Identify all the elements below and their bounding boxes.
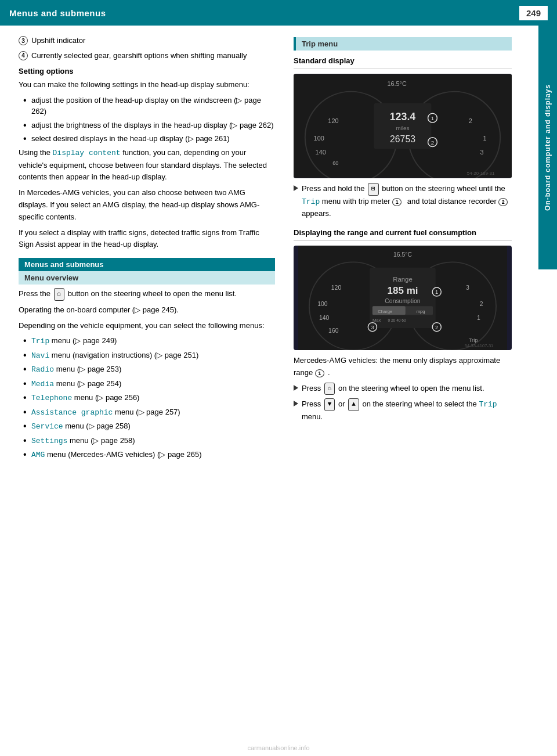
divider-1 [294,69,512,69]
menu-bullet-trip: • [23,335,31,346]
menu-bullet-assistance: • [23,406,31,417]
svg-text:120: 120 [331,285,342,291]
press-select-text: Press ▼ or ▲ on the steering wheel to se… [302,398,512,423]
svg-text:100: 100 [317,301,328,307]
svg-text:1: 1 [431,115,435,121]
svg-text:54-20-189-31: 54-20-189-31 [467,171,495,176]
svg-text:Max: Max [372,318,381,323]
menu-item-navi-text: Navi menu (navigation instructions) (▷ p… [31,350,198,362]
side-tab-label: On-board computer and displays [544,84,552,211]
numbered-item-3: 3 Upshift indicator [19,35,275,46]
menu-bullet-telephone: • [23,392,31,403]
instrument-image-1: 120 100 140 60 2 1 3 16.5°C 123.4 miles … [294,74,512,178]
bullet-1: • adjust the position of the head-up dis… [23,95,275,117]
depending-text: Depending on the vehicle equipment, you … [19,320,275,332]
bullet-3-text: select desired displays in the head-up d… [31,133,230,145]
instrument-svg-2: 120 100 140 160 3 2 1 16.5°C Range 185 m… [294,246,512,350]
home-button-icon-2[interactable]: ⌂ [324,383,335,395]
menu-item-media-text: Media menu (▷ page 254) [31,378,121,390]
setting-bullets: • adjust the position of the head-up dis… [23,95,275,145]
arrow-indicator-1 [294,185,298,191]
watermark: carmanualsonline.info [247,744,309,751]
item-4-text: Currently selected gear, gearshift optio… [31,50,247,62]
bullet-dot-1: • [23,95,31,106]
menu-item-radio: • Radio menu (▷ page 253) [23,363,275,376]
svg-text:3: 3 [371,324,374,330]
down-button-icon[interactable]: ▼ [324,398,335,411]
svg-text:1: 1 [483,135,487,142]
bullet-2-text: adjust the brightness of the displays in… [31,120,274,131]
display-content-para3: If you select a display with traffic sig… [19,227,275,251]
arrow-indicator-3 [294,401,298,406]
svg-text:100: 100 [314,135,324,142]
menu-item-settings: • Settings menu (▷ page 258) [23,435,275,447]
menu-item-service: • Service menu (▷ page 258) [23,420,275,433]
svg-text:mpg: mpg [417,309,425,314]
svg-text:2: 2 [469,117,472,124]
svg-text:miles: miles [396,125,409,131]
bullet-dot-2: • [23,120,31,131]
bullet-1-text: adjust the position of the head-up displ… [31,95,275,117]
menu-item-settings-text: Settings menu (▷ page 258) [31,435,135,447]
svg-text:16.5°C: 16.5°C [387,80,407,87]
press-select-instruction: Press ▼ or ▲ on the steering wheel to se… [294,398,512,423]
svg-text:1: 1 [477,315,480,321]
svg-text:16.5°C: 16.5°C [393,251,412,258]
svg-text:120: 120 [328,117,338,124]
trip-button-icon[interactable]: ⊟ [368,183,379,196]
svg-text:60: 60 [332,160,338,166]
arrow-indicator-2 [294,385,298,391]
menu-overview-header: Menu overview [19,271,275,285]
right-column: Trip menu Standard display 120 100 140 6… [284,35,540,747]
menu-item-telephone: • Telephone menu (▷ page 256) [23,392,275,404]
menu-items-list: • Trip menu (▷ page 249) • Navi menu (na… [23,335,275,461]
instrument-svg-1: 120 100 140 60 2 1 3 16.5°C 123.4 miles … [294,74,512,178]
up-button-icon[interactable]: ▲ [348,398,359,411]
home-button-icon[interactable]: ⌂ [54,288,65,301]
instrument-image-2: 120 100 140 160 3 2 1 16.5°C Range 185 m… [294,246,512,350]
menu-item-media: • Media menu (▷ page 254) [23,378,275,390]
svg-text:123.4: 123.4 [390,111,416,123]
svg-text:Consumption: Consumption [385,298,421,305]
menu-item-trip: • Trip menu (▷ page 249) [23,335,275,347]
header-title: Menus and submenus [9,8,106,18]
press-hold-text: Press and hold the ⊟ button on the steer… [302,183,512,220]
svg-text:185 mi: 185 mi [387,286,418,297]
menu-bullet-settings: • [23,435,31,446]
side-tab: On-board computer and displays [538,26,557,269]
menu-bullet-radio: • [23,363,31,375]
standard-display-heading: Standard display [294,56,512,65]
display-content-para1: Using the Display content function, you … [19,147,275,183]
menu-item-trip-text: Trip menu (▷ page 249) [31,335,117,347]
display-content-para2: In Mercedes-AMG vehicles, you can also c… [19,187,275,223]
menu-item-service-text: Service menu (▷ page 258) [31,420,131,433]
amg-note: Mercedes-AMG vehicles: the menu only dis… [294,355,512,379]
svg-text:Range: Range [393,276,412,283]
left-column: 3 Upshift indicator 4 Currently selected… [0,35,284,747]
press-button-text: Press the ⌂ button on the steering wheel… [19,288,275,301]
press-open-text: Press ⌂ on the steering wheel to open th… [302,383,484,395]
svg-text:3: 3 [466,285,469,291]
press-open-instruction: Press ⌂ on the steering wheel to open th… [294,383,512,395]
operating-text: Operating the on-board computer (▷ page … [19,304,275,316]
divider-2 [294,240,512,241]
svg-text:Charge: Charge [378,309,392,314]
bullet-2: • adjust the brightness of the displays … [23,120,275,131]
header-bar: Menus and submenus 249 [0,0,557,26]
svg-text:2: 2 [431,139,435,146]
page-number: 249 [519,6,548,20]
circle-3: 3 [19,36,28,45]
fuel-consumption-heading: Displaying the range and current fuel co… [294,228,512,237]
svg-text:54-33-4107-31: 54-33-4107-31 [465,343,494,348]
svg-text:1: 1 [435,289,438,296]
menu-item-assistance-text: Assistance graphic menu (▷ page 257) [31,406,180,419]
menu-bullet-media: • [23,378,31,389]
numbered-item-4: 4 Currently selected gear, gearshift opt… [19,50,275,62]
item-3-text: Upshift indicator [31,35,85,46]
svg-text:Trip: Trip [469,337,478,343]
bullet-dot-3: • [23,133,31,144]
svg-text:0   20   40   60: 0 20 40 60 [388,318,406,322]
svg-text:2: 2 [435,324,438,330]
menu-item-telephone-text: Telephone menu (▷ page 256) [31,392,139,404]
svg-text:140: 140 [316,149,326,156]
